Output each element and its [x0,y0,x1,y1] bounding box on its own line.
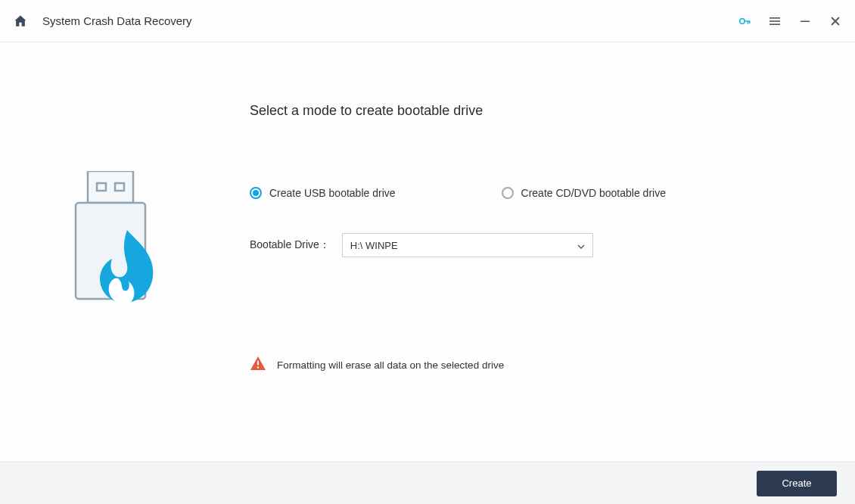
menu-icon[interactable] [767,14,782,29]
usb-flame-illustration [68,171,159,315]
radio-icon [502,187,514,199]
mode-options: Create USB bootable drive Create CD/DVD … [250,187,810,199]
footer-bar: Create [0,462,855,504]
illustration-panel [0,42,227,462]
titlebar: System Crash Data Recovery [0,0,855,42]
chevron-down-icon [577,241,585,249]
drive-label: Bootable Drive： [250,238,330,252]
drive-select[interactable]: H:\ WINPE [342,233,593,257]
minimize-button[interactable] [797,14,813,29]
radio-cd[interactable]: Create CD/DVD bootable drive [502,187,666,199]
page-title: System Crash Data Recovery [42,14,192,27]
svg-rect-2 [770,20,780,22]
key-icon[interactable] [737,14,752,29]
svg-rect-9 [257,361,259,366]
radio-usb[interactable]: Create USB bootable drive [250,187,396,199]
svg-rect-3 [770,23,780,25]
radio-cd-label: Create CD/DVD bootable drive [521,187,666,199]
warning-row: Formatting will erase all data on the se… [250,356,810,374]
content-panel: Select a mode to create bootable drive C… [227,42,855,462]
svg-rect-4 [801,20,810,22]
main-area: Select a mode to create bootable drive C… [0,42,855,462]
titlebar-controls [737,14,843,29]
svg-rect-1 [770,17,780,19]
create-button[interactable]: Create [757,471,837,496]
warning-icon [250,356,266,374]
radio-usb-label: Create USB bootable drive [269,187,396,199]
drive-selector-row: Bootable Drive： H:\ WINPE [250,233,810,257]
close-button[interactable] [828,14,843,29]
section-heading: Select a mode to create bootable drive [250,103,810,119]
svg-point-10 [257,366,259,368]
drive-select-value: H:\ WINPE [350,240,398,251]
home-icon[interactable] [12,13,29,30]
radio-icon-selected [250,187,262,199]
svg-rect-5 [88,171,133,203]
warning-text: Formatting will erase all data on the se… [277,359,504,371]
